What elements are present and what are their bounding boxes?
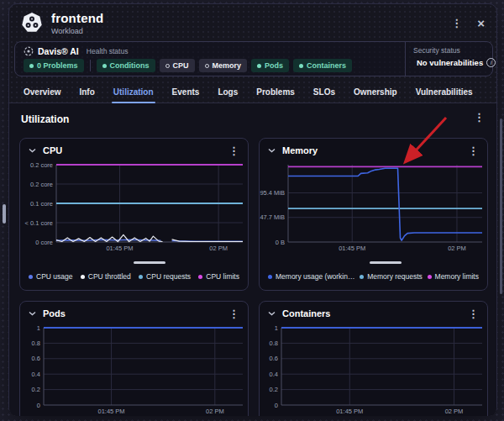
card-kebab-menu-icon[interactable]: ⋮: [468, 145, 479, 156]
pods-chart: 10.80.60.40.2001:45 PM02 PM: [20, 325, 249, 416]
legend-label: CPU usage: [36, 272, 72, 281]
status-dot-icon: [205, 64, 209, 68]
section-title: Utilization: [21, 113, 69, 125]
health-badge-pods[interactable]: Pods: [251, 59, 289, 72]
health-badge-memory[interactable]: Memory: [199, 59, 248, 72]
legend-item[interactable]: CPU limits: [198, 272, 239, 281]
vertical-scrollbar[interactable]: [500, 118, 502, 294]
tab-events[interactable]: Events: [163, 82, 209, 103]
tab-logs[interactable]: Logs: [208, 82, 247, 103]
badge-divider: [90, 60, 91, 71]
card-header: Containers⋮: [260, 302, 487, 325]
legend-item[interactable]: CPU requests: [139, 272, 191, 281]
tab-ownership[interactable]: Ownership: [344, 82, 407, 103]
svg-text:0: 0: [275, 402, 278, 409]
davis-ai-label: Davis® AI: [38, 46, 79, 56]
svg-text:0.8: 0.8: [32, 339, 40, 347]
svg-text:47.7 MiB: 47.7 MiB: [260, 213, 285, 221]
card-title: Pods: [43, 308, 66, 318]
legend-item[interactable]: Memory limits: [428, 272, 479, 281]
svg-text:0.2 core: 0.2 core: [30, 181, 53, 188]
tab-vulnerabilities[interactable]: Vulnerabilities: [407, 82, 482, 103]
chart-scrollbar[interactable]: [370, 261, 402, 264]
svg-text:0 core: 0 core: [35, 239, 53, 246]
badge-label: Pods: [265, 61, 283, 70]
chart-card-memory: Memory⋮95.4 MiB47.7 MiB0 B01:45 PM02 PMM…: [259, 138, 488, 291]
health-status-bar: Davis® AI Health status 0 ProblemsCondit…: [14, 41, 493, 76]
svg-text:01:45 PM: 01:45 PM: [336, 408, 363, 415]
card-header: Pods⋮: [20, 302, 248, 325]
tab-utilization[interactable]: Utilization: [104, 82, 163, 103]
card-title: CPU: [43, 145, 62, 155]
svg-text:0.2: 0.2: [270, 386, 278, 393]
chevron-down-icon[interactable]: [29, 311, 36, 316]
legend-dot-icon: [268, 275, 272, 279]
section-kebab-menu-icon[interactable]: ⋮: [474, 112, 485, 123]
health-badge-0-problems[interactable]: 0 Problems: [24, 59, 84, 72]
svg-text:02 PM: 02 PM: [448, 245, 466, 252]
card-title: Memory: [282, 145, 318, 155]
tab-info[interactable]: Info: [70, 82, 103, 103]
workload-icon: [21, 12, 43, 34]
svg-text:0.4: 0.4: [270, 371, 278, 378]
legend-dot-icon: [29, 275, 33, 279]
info-icon[interactable]: i: [486, 58, 496, 67]
legend-label: CPU throttled: [88, 272, 131, 281]
svg-text:1: 1: [275, 324, 278, 332]
card-kebab-menu-icon[interactable]: ⋮: [228, 308, 239, 319]
close-icon[interactable]: ×: [477, 17, 485, 29]
tab-overview[interactable]: Overview: [14, 82, 70, 103]
security-status-label: Security status: [413, 46, 486, 55]
legend-item[interactable]: CPU throttled: [81, 272, 131, 281]
chevron-down-icon[interactable]: [268, 311, 276, 316]
health-status-label: Health status: [87, 47, 129, 55]
status-dot-icon: [102, 64, 107, 68]
card-title: Containers: [282, 308, 330, 318]
containers-chart: 10.80.60.40.2001:45 PM02 PM: [260, 325, 488, 416]
legend-label: CPU requests: [146, 272, 191, 281]
svg-text:02 PM: 02 PM: [209, 245, 228, 252]
legend-label: Memory limits: [435, 272, 479, 281]
legend-item[interactable]: CPU usage: [29, 272, 72, 281]
workload-detail-panel: frontend Workload ⋮ × Davis® AI Health s…: [8, 3, 497, 415]
legend-item[interactable]: Memory usage (workin…: [268, 272, 354, 281]
side-panel-handle[interactable]: [3, 204, 6, 224]
svg-text:0.4: 0.4: [32, 371, 40, 378]
status-dot-icon: [165, 64, 170, 68]
health-badge-cpu[interactable]: CPU: [160, 59, 195, 72]
svg-text:01:45 PM: 01:45 PM: [339, 245, 365, 252]
chevron-down-icon[interactable]: [29, 148, 36, 153]
health-badges: 0 ProblemsConditionsCPUMemoryPodsContain…: [24, 59, 396, 72]
svg-text:0 B: 0 B: [276, 239, 285, 246]
chart-scrollbar[interactable]: [134, 261, 165, 264]
tab-problems[interactable]: Problems: [247, 82, 304, 103]
card-kebab-menu-icon[interactable]: ⋮: [468, 308, 479, 319]
svg-text:0.1 core: 0.1 core: [30, 200, 53, 208]
tab-slos[interactable]: SLOs: [304, 82, 344, 103]
svg-text:01:45 PM: 01:45 PM: [98, 408, 125, 415]
health-badge-containers[interactable]: Containers: [293, 59, 352, 72]
health-badge-conditions[interactable]: Conditions: [97, 59, 155, 72]
charts-grid: CPU⋮0.2 core0.2 core0.1 core< 0.1 core0 …: [19, 138, 488, 416]
status-dot-icon: [29, 64, 34, 68]
legend-label: CPU limits: [206, 272, 239, 281]
legend-label: Memory requests: [367, 272, 423, 281]
page-subtitle: Workload: [51, 27, 103, 35]
svg-text:0: 0: [37, 402, 40, 409]
page-title: frontend: [51, 11, 103, 25]
svg-text:02 PM: 02 PM: [206, 408, 224, 415]
title-bar: frontend Workload ⋮ ×: [9, 4, 496, 41]
status-dot-icon: [257, 64, 261, 68]
window-kebab-menu-icon[interactable]: ⋮: [451, 18, 462, 29]
svg-text:0.6: 0.6: [32, 355, 40, 362]
card-kebab-menu-icon[interactable]: ⋮: [228, 145, 239, 156]
legend-dot-icon: [428, 275, 432, 279]
chevron-down-icon[interactable]: [268, 148, 276, 153]
desktop-background: frontend Workload ⋮ × Davis® AI Health s…: [0, 0, 504, 421]
svg-text:0.2 core: 0.2 core: [30, 161, 53, 169]
badge-label: Memory: [213, 61, 242, 70]
legend-item[interactable]: Memory requests: [360, 272, 423, 281]
vulnerabilities-status: No vulnerabilities: [417, 58, 483, 67]
legend-label: Memory usage (workin…: [276, 272, 354, 281]
svg-text:0.6: 0.6: [270, 355, 278, 362]
